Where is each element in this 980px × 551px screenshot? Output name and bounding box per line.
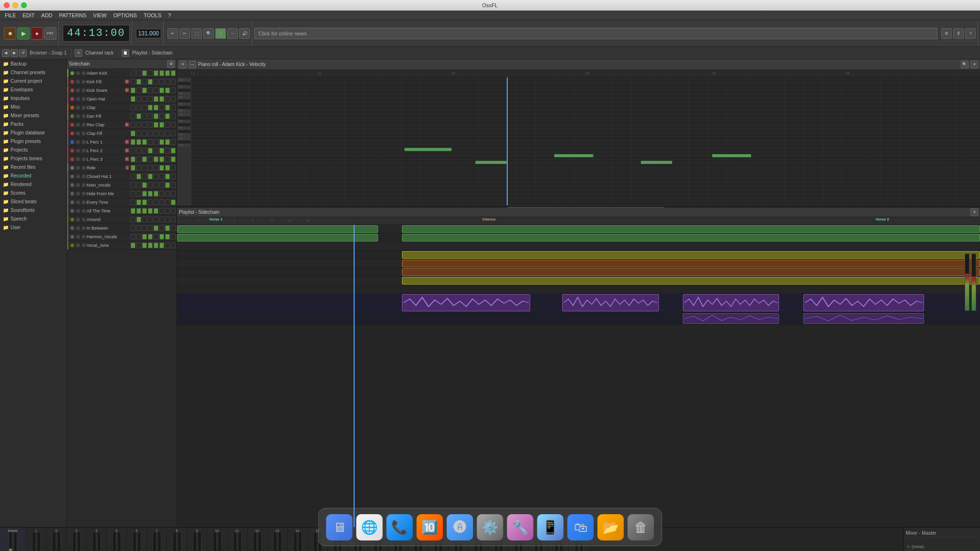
dock-finder[interactable]: 🖥	[326, 514, 353, 540]
channel-mute-led[interactable]	[76, 192, 80, 196]
insert-none[interactable]: (none)	[906, 543, 978, 551]
close-button[interactable]	[4, 2, 10, 8]
pattern-block[interactable]	[402, 260, 980, 267]
bpm-display[interactable]: 131.000	[136, 29, 161, 38]
step-btn[interactable]	[136, 148, 141, 154]
step-btn[interactable]	[165, 70, 170, 76]
sidebar-item-user[interactable]: 📁 User	[0, 223, 67, 231]
step-btn[interactable]	[131, 105, 135, 110]
channel-solo-led[interactable]	[82, 123, 86, 127]
step-btn[interactable]	[159, 131, 164, 136]
step-btn[interactable]	[154, 70, 158, 76]
channel-row[interactable]: Closed Hat 1	[67, 172, 177, 181]
step-btn[interactable]	[142, 105, 147, 110]
step-btn[interactable]	[159, 182, 164, 188]
step-btn[interactable]	[148, 234, 153, 240]
sidebar-item-recent-files[interactable]: 📁 Recent files	[0, 163, 67, 171]
channel-mute-led[interactable]	[76, 218, 80, 221]
menu-help[interactable]: ?	[165, 11, 174, 19]
step-btn[interactable]	[148, 199, 153, 205]
step-btn[interactable]	[171, 217, 176, 222]
step-btn[interactable]	[165, 105, 170, 110]
step-btn[interactable]	[131, 79, 135, 85]
dock-skype[interactable]: 📞	[387, 514, 413, 540]
step-btn[interactable]	[136, 96, 141, 102]
step-btn[interactable]	[142, 70, 147, 76]
channel-row[interactable]: Kick Snare E	[67, 86, 177, 95]
step-btn[interactable]	[159, 88, 164, 93]
sidebar-item-envelopes[interactable]: 📁 Envelopes	[0, 85, 67, 94]
step-btn[interactable]	[159, 208, 164, 214]
dock-tenorshare[interactable]: 🔟	[417, 514, 443, 540]
step-btn[interactable]	[131, 191, 135, 197]
menu-patterns[interactable]: PATTERNS	[56, 11, 89, 19]
step-btn[interactable]	[136, 139, 141, 145]
step-btn[interactable]	[159, 191, 164, 197]
channel-solo-led[interactable]	[82, 166, 86, 170]
step-btn[interactable]	[148, 70, 153, 76]
channel-mute-led[interactable]	[76, 80, 80, 84]
step-btn[interactable]	[131, 96, 135, 102]
sidebar-item-backup[interactable]: 📁 Backup	[0, 59, 67, 68]
step-btn[interactable]	[154, 79, 158, 85]
dock-app7[interactable]: 🔧	[507, 514, 534, 540]
step-btn[interactable]	[171, 105, 176, 110]
step-btn[interactable]	[159, 105, 164, 110]
step-btn[interactable]	[148, 174, 153, 179]
sidebar-item-soundfonts[interactable]: 📁 Soundfonts	[0, 206, 67, 214]
step-btn[interactable]	[165, 122, 170, 128]
step-btn[interactable]	[142, 242, 147, 248]
sidebar-item-misc[interactable]: 📁 Misc	[0, 102, 67, 111]
channel-mute-led[interactable]	[76, 140, 80, 144]
note-block[interactable]	[475, 161, 507, 164]
step-btn[interactable]	[142, 148, 147, 154]
step-btn[interactable]	[148, 156, 153, 162]
channel-rack-label[interactable]: Channel rack	[83, 50, 115, 55]
step-btn[interactable]	[142, 165, 147, 171]
pattern-block[interactable]	[402, 277, 980, 285]
channel-solo-led[interactable]	[82, 149, 86, 153]
step-btn[interactable]	[148, 105, 153, 110]
step-btn[interactable]	[148, 96, 153, 102]
pattern-block[interactable]	[402, 251, 980, 259]
pattern-block[interactable]	[683, 294, 779, 311]
channel-mute-led[interactable]	[76, 149, 80, 153]
step-btn[interactable]	[165, 156, 170, 162]
step-btn[interactable]	[131, 148, 135, 154]
step-btn[interactable]	[165, 217, 170, 222]
step-btn[interactable]	[142, 113, 147, 119]
step-btn[interactable]	[154, 122, 158, 128]
step-btn[interactable]	[159, 113, 164, 119]
channel-solo-led[interactable]	[82, 106, 86, 110]
tool-btn-5[interactable]: ↕	[215, 28, 226, 39]
step-btn[interactable]	[154, 88, 158, 93]
channel-mute-led[interactable]	[76, 235, 80, 239]
step-btn[interactable]	[154, 174, 158, 179]
sidebar-item-sliced-beats[interactable]: 📁 Sliced beats	[0, 197, 67, 206]
step-btn[interactable]	[154, 113, 158, 119]
channel-rack-settings[interactable]: ⚙	[167, 60, 175, 68]
step-btn[interactable]	[171, 79, 176, 85]
channel-solo-led[interactable]	[82, 80, 86, 84]
channel-mute-led[interactable]	[76, 114, 80, 118]
step-btn[interactable]	[154, 242, 158, 248]
master-fader-l[interactable]	[965, 253, 969, 311]
fwd-btn[interactable]: ▶	[11, 49, 18, 57]
step-btn[interactable]	[171, 191, 176, 197]
step-btn[interactable]	[165, 113, 170, 119]
step-btn[interactable]	[131, 208, 135, 214]
channel-row[interactable]: Clap Fill	[67, 129, 177, 138]
refresh-btn[interactable]: ↺	[19, 49, 27, 57]
tool-btn-3[interactable]: ⬚	[191, 28, 202, 39]
channel-solo-led[interactable]	[82, 114, 86, 118]
step-btn[interactable]	[136, 131, 141, 136]
sidebar-item-scores[interactable]: 📁 Scores	[0, 188, 67, 197]
step-btn[interactable]	[136, 199, 141, 205]
step-btn[interactable]	[148, 217, 153, 222]
step-btn[interactable]	[159, 199, 164, 205]
step-btn[interactable]	[165, 199, 170, 205]
step-btn[interactable]	[154, 234, 158, 240]
step-btn[interactable]	[136, 122, 141, 128]
step-btn[interactable]	[159, 174, 164, 179]
channel-mute-led[interactable]	[76, 226, 80, 230]
